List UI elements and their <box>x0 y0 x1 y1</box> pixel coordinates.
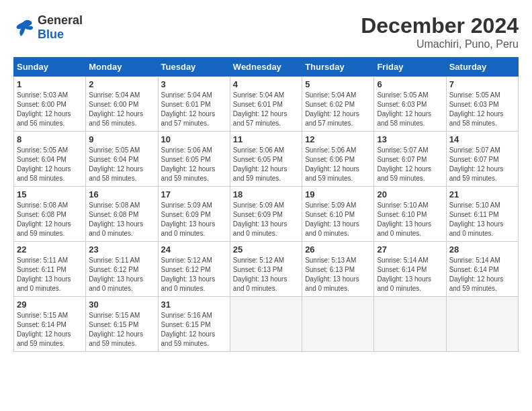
table-row: 23Sunrise: 5:11 AM Sunset: 6:12 PM Dayli… <box>86 242 158 297</box>
table-row: 27Sunrise: 5:14 AM Sunset: 6:14 PM Dayli… <box>374 242 446 297</box>
day-info: Sunrise: 5:10 AM Sunset: 6:10 PM Dayligh… <box>377 201 443 238</box>
day-info: Sunrise: 5:03 AM Sunset: 6:00 PM Dayligh… <box>17 91 83 128</box>
day-info: Sunrise: 5:04 AM Sunset: 6:00 PM Dayligh… <box>89 91 154 128</box>
day-number: 27 <box>377 244 443 255</box>
table-row: 22Sunrise: 5:11 AM Sunset: 6:11 PM Dayli… <box>14 242 86 297</box>
day-info: Sunrise: 5:09 AM Sunset: 6:09 PM Dayligh… <box>161 201 227 238</box>
calendar-week-row: 15Sunrise: 5:08 AM Sunset: 6:08 PM Dayli… <box>14 187 519 242</box>
day-info: Sunrise: 5:12 AM Sunset: 6:13 PM Dayligh… <box>233 256 299 293</box>
day-info: Sunrise: 5:05 AM Sunset: 6:04 PM Dayligh… <box>17 146 83 183</box>
day-info: Sunrise: 5:04 AM Sunset: 6:02 PM Dayligh… <box>305 91 371 128</box>
day-number: 25 <box>233 244 299 255</box>
day-info: Sunrise: 5:04 AM Sunset: 6:01 PM Dayligh… <box>161 91 227 128</box>
day-info: Sunrise: 5:07 AM Sunset: 6:07 PM Dayligh… <box>449 146 515 183</box>
day-number: 3 <box>161 79 227 89</box>
table-row: 6Sunrise: 5:05 AM Sunset: 6:03 PM Daylig… <box>374 77 446 132</box>
header-wednesday: Wednesday <box>230 58 302 77</box>
day-number: 19 <box>305 189 371 199</box>
day-info: Sunrise: 5:08 AM Sunset: 6:08 PM Dayligh… <box>89 201 154 238</box>
day-info: Sunrise: 5:10 AM Sunset: 6:11 PM Dayligh… <box>449 201 515 238</box>
month-title: December 2024 <box>361 13 519 38</box>
table-row: 14Sunrise: 5:07 AM Sunset: 6:07 PM Dayli… <box>446 132 518 187</box>
day-info: Sunrise: 5:14 AM Sunset: 6:14 PM Dayligh… <box>377 256 443 293</box>
table-row: 30Sunrise: 5:15 AM Sunset: 6:15 PM Dayli… <box>86 297 158 352</box>
day-number: 31 <box>161 300 227 310</box>
day-info: Sunrise: 5:14 AM Sunset: 6:14 PM Dayligh… <box>449 256 515 293</box>
page-header: General Blue December 2024 Umachiri, Pun… <box>13 13 519 50</box>
table-row <box>446 297 518 352</box>
table-row: 25Sunrise: 5:12 AM Sunset: 6:13 PM Dayli… <box>230 242 302 297</box>
day-number: 14 <box>449 134 515 144</box>
table-row: 18Sunrise: 5:09 AM Sunset: 6:09 PM Dayli… <box>230 187 302 242</box>
day-info: Sunrise: 5:09 AM Sunset: 6:10 PM Dayligh… <box>305 201 371 238</box>
day-number: 4 <box>233 79 299 89</box>
table-row: 12Sunrise: 5:06 AM Sunset: 6:06 PM Dayli… <box>302 132 374 187</box>
day-number: 23 <box>89 244 154 255</box>
day-info: Sunrise: 5:08 AM Sunset: 6:08 PM Dayligh… <box>17 201 83 238</box>
day-number: 15 <box>17 189 83 199</box>
calendar-week-row: 29Sunrise: 5:15 AM Sunset: 6:14 PM Dayli… <box>14 297 519 352</box>
day-number: 30 <box>89 300 154 310</box>
table-row: 10Sunrise: 5:06 AM Sunset: 6:05 PM Dayli… <box>158 132 230 187</box>
day-number: 16 <box>89 189 154 199</box>
day-number: 12 <box>305 134 371 144</box>
table-row: 1Sunrise: 5:03 AM Sunset: 6:00 PM Daylig… <box>14 77 86 132</box>
calendar-header-row: Sunday Monday Tuesday Wednesday Thursday… <box>14 58 519 77</box>
table-row: 19Sunrise: 5:09 AM Sunset: 6:10 PM Dayli… <box>302 187 374 242</box>
day-number: 9 <box>89 134 154 144</box>
logo-icon <box>13 17 35 38</box>
table-row: 24Sunrise: 5:12 AM Sunset: 6:12 PM Dayli… <box>158 242 230 297</box>
day-number: 8 <box>17 134 83 144</box>
day-info: Sunrise: 5:16 AM Sunset: 6:15 PM Dayligh… <box>161 311 227 349</box>
table-row: 4Sunrise: 5:04 AM Sunset: 6:01 PM Daylig… <box>230 77 302 132</box>
day-info: Sunrise: 5:15 AM Sunset: 6:14 PM Dayligh… <box>17 311 83 349</box>
title-block: December 2024 Umachiri, Puno, Peru <box>361 13 519 50</box>
day-info: Sunrise: 5:07 AM Sunset: 6:07 PM Dayligh… <box>377 146 443 183</box>
day-number: 26 <box>305 244 371 255</box>
day-info: Sunrise: 5:06 AM Sunset: 6:05 PM Dayligh… <box>161 146 227 183</box>
calendar-week-row: 1Sunrise: 5:03 AM Sunset: 6:00 PM Daylig… <box>14 77 519 132</box>
table-row: 9Sunrise: 5:05 AM Sunset: 6:04 PM Daylig… <box>86 132 158 187</box>
logo: General Blue <box>13 13 83 42</box>
day-number: 21 <box>449 189 515 199</box>
day-number: 2 <box>89 79 154 89</box>
table-row: 3Sunrise: 5:04 AM Sunset: 6:01 PM Daylig… <box>158 77 230 132</box>
logo-text: General Blue <box>38 13 83 42</box>
table-row: 29Sunrise: 5:15 AM Sunset: 6:14 PM Dayli… <box>14 297 86 352</box>
table-row <box>230 297 302 352</box>
day-number: 22 <box>17 244 83 255</box>
table-row: 11Sunrise: 5:06 AM Sunset: 6:05 PM Dayli… <box>230 132 302 187</box>
table-row: 13Sunrise: 5:07 AM Sunset: 6:07 PM Dayli… <box>374 132 446 187</box>
day-info: Sunrise: 5:09 AM Sunset: 6:09 PM Dayligh… <box>233 201 299 238</box>
table-row: 5Sunrise: 5:04 AM Sunset: 6:02 PM Daylig… <box>302 77 374 132</box>
day-number: 11 <box>233 134 299 144</box>
day-info: Sunrise: 5:15 AM Sunset: 6:15 PM Dayligh… <box>89 311 154 349</box>
calendar-week-row: 8Sunrise: 5:05 AM Sunset: 6:04 PM Daylig… <box>14 132 519 187</box>
table-row: 2Sunrise: 5:04 AM Sunset: 6:00 PM Daylig… <box>86 77 158 132</box>
table-row <box>374 297 446 352</box>
day-info: Sunrise: 5:13 AM Sunset: 6:13 PM Dayligh… <box>305 256 371 293</box>
table-row: 31Sunrise: 5:16 AM Sunset: 6:15 PM Dayli… <box>158 297 230 352</box>
day-number: 5 <box>305 79 371 89</box>
header-tuesday: Tuesday <box>158 58 230 77</box>
day-info: Sunrise: 5:04 AM Sunset: 6:01 PM Dayligh… <box>233 91 299 128</box>
day-info: Sunrise: 5:12 AM Sunset: 6:12 PM Dayligh… <box>161 256 227 293</box>
day-number: 28 <box>449 244 515 255</box>
day-info: Sunrise: 5:11 AM Sunset: 6:12 PM Dayligh… <box>89 256 154 293</box>
header-sunday: Sunday <box>14 58 86 77</box>
day-number: 7 <box>449 79 515 89</box>
day-info: Sunrise: 5:11 AM Sunset: 6:11 PM Dayligh… <box>17 256 83 293</box>
header-thursday: Thursday <box>302 58 374 77</box>
table-row: 8Sunrise: 5:05 AM Sunset: 6:04 PM Daylig… <box>14 132 86 187</box>
table-row: 15Sunrise: 5:08 AM Sunset: 6:08 PM Dayli… <box>14 187 86 242</box>
day-info: Sunrise: 5:06 AM Sunset: 6:05 PM Dayligh… <box>233 146 299 183</box>
day-number: 24 <box>161 244 227 255</box>
table-row: 21Sunrise: 5:10 AM Sunset: 6:11 PM Dayli… <box>446 187 518 242</box>
header-monday: Monday <box>86 58 158 77</box>
calendar-week-row: 22Sunrise: 5:11 AM Sunset: 6:11 PM Dayli… <box>14 242 519 297</box>
location: Umachiri, Puno, Peru <box>361 38 519 50</box>
day-number: 17 <box>161 189 227 199</box>
table-row: 17Sunrise: 5:09 AM Sunset: 6:09 PM Dayli… <box>158 187 230 242</box>
table-row: 7Sunrise: 5:05 AM Sunset: 6:03 PM Daylig… <box>446 77 518 132</box>
day-number: 1 <box>17 79 83 89</box>
